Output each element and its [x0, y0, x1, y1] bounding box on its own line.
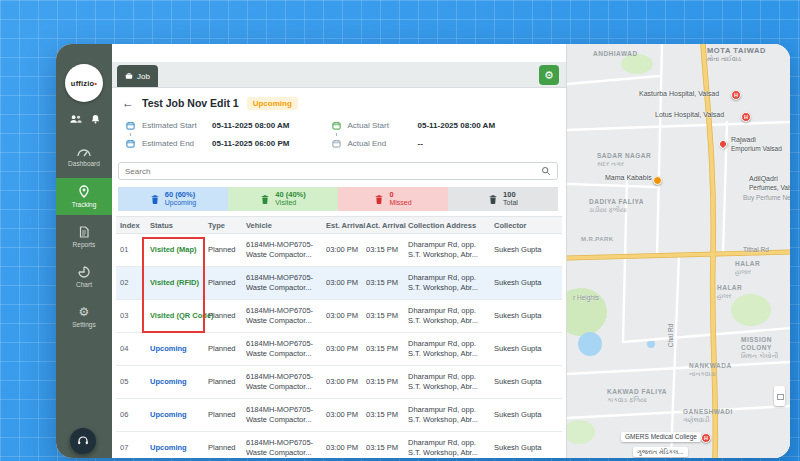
table-row[interactable]: 05 Upcoming Planned 6184MH-MOP6705-Waste… [116, 366, 562, 399]
back-button[interactable]: ← [122, 96, 134, 110]
cell-collector: Sukesh Gupta [490, 278, 562, 288]
hospital-marker[interactable]: H [701, 433, 711, 443]
sidebar-item-settings[interactable]: ⚙ Settings [56, 299, 112, 335]
cell-collector: Sukesh Gupta [490, 344, 562, 354]
map-labels: ANDHIAWADMOTA TAIWADમોતા તાઈવાડKasturba … [567, 44, 790, 458]
place-marker[interactable] [717, 138, 728, 149]
food-marker[interactable] [653, 176, 662, 185]
sidebar-item-dashboard[interactable]: Dashboard [56, 140, 112, 174]
cell-act-arrival: 03:15 PM [362, 245, 404, 255]
cell-status: Upcoming [146, 410, 204, 420]
table-row[interactable]: 01 Visited (Map) Planned 6184MH-MOP6705-… [116, 234, 562, 267]
cell-address: Dharampur Rd, opp.S.T. Workshop, Abr... [404, 438, 490, 458]
summary-segment[interactable]: 40 (40%)Visited [228, 187, 338, 211]
table-row[interactable]: 06 Upcoming Planned 6184MH-MOP6705-Waste… [116, 399, 562, 432]
uffizio-logo: uffizio• [65, 64, 103, 102]
sidebar-nav: Dashboard Tracking Reports Chart [56, 140, 112, 339]
trash-icon [374, 194, 384, 205]
sidebar-item-tracking[interactable]: Tracking [56, 178, 112, 215]
map-label: DADIYA FALIYAડાડીયા ફળીયા [589, 198, 644, 214]
actual-end-row: Actual End -- [332, 139, 496, 148]
map-label: RajwadiEmporium Valsad [731, 136, 782, 153]
users-icon[interactable] [69, 114, 82, 124]
logo-dot: • [94, 79, 97, 88]
map-label: AdilQadriPerfumes, Valsad [749, 175, 790, 192]
cell-type: Planned [204, 410, 242, 420]
cell-est-arrival: 03:00 PM [322, 443, 362, 453]
cell-index: 01 [116, 245, 146, 255]
job-status-badge: Upcoming [247, 97, 298, 110]
cell-est-arrival: 03:00 PM [322, 377, 362, 387]
cell-act-arrival: 03:15 PM [362, 311, 404, 321]
table-row[interactable]: 02 Visited (RFID) Planned 6184MH-MOP6705… [116, 267, 562, 300]
table-row[interactable]: 04 Upcoming Planned 6184MH-MOP6705-Waste… [116, 333, 562, 366]
cell-index: 07 [116, 443, 146, 453]
cell-address: Dharampur Rd, opp.S.T. Workshop, Abr... [404, 306, 490, 326]
job-table: Index Status Type Vehicle Est. Arrival A… [116, 216, 562, 458]
tracking-icon [79, 185, 89, 198]
cell-status: Visited (Map) [146, 245, 204, 255]
gear-button[interactable]: ⚙ [539, 65, 559, 85]
schedule-section: Estimated Start 05-11-2025 08:00 AM Esti… [126, 121, 495, 148]
actual-start-row: Actual Start 05-11-2025 08:00 AM [332, 121, 496, 130]
cell-type: Planned [204, 443, 242, 453]
table-row[interactable]: 03 Visited (QR Code) Planned 6184MH-MOP6… [116, 300, 562, 333]
cell-vehicle: 6184MH-MOP6705-Waste Compactor... [242, 405, 322, 425]
road-label: Chal Rd [667, 324, 674, 347]
cell-collector: Sukesh Gupta [490, 311, 562, 321]
search-box [118, 162, 558, 180]
map-control[interactable] [774, 386, 785, 406]
estimated-start-row: Estimated Start 05-11-2025 08:00 AM [126, 121, 290, 130]
cell-status: Visited (QR Code) [146, 311, 204, 321]
map-label: SADAR NAGARસદર નગર [597, 152, 651, 168]
main-panel: Job ⚙ ← Test Job Nov Edit 1 Upcoming Est… [112, 44, 566, 458]
support-fab-button[interactable] [70, 428, 96, 454]
table-row[interactable]: 07 Upcoming Planned 6184MH-MOP6705-Waste… [116, 432, 562, 458]
search-icon[interactable] [541, 166, 557, 176]
reports-icon [79, 226, 89, 238]
cell-est-arrival: 03:00 PM [322, 344, 362, 354]
map-label: Lotus Hospital, Valsad [655, 111, 724, 120]
sidebar-item-chart[interactable]: Chart [56, 259, 112, 295]
hospital-marker[interactable]: H [741, 112, 751, 122]
summary-segment[interactable]: 0Missed [338, 187, 448, 211]
map-label: M.R.PARK [581, 236, 613, 244]
cell-address: Dharampur Rd, opp.S.T. Workshop, Abr... [404, 240, 490, 260]
job-header: ← Test Job Nov Edit 1 Upcoming [122, 96, 298, 110]
job-table-header: Index Status Type Vehicle Est. Arrival A… [116, 216, 562, 234]
cell-act-arrival: 03:15 PM [362, 443, 404, 453]
tab-bar: Job ⚙ [112, 62, 566, 88]
tab-job[interactable]: Job [117, 65, 158, 87]
headset-icon [77, 436, 89, 446]
cell-index: 06 [116, 410, 146, 420]
map-label: Mama Kababis [605, 174, 652, 183]
cell-collector: Sukesh Gupta [490, 245, 562, 255]
sidebar-item-reports[interactable]: Reports [56, 219, 112, 255]
cell-address: Dharampur Rd, opp.S.T. Workshop, Abr... [404, 273, 490, 293]
cell-act-arrival: 03:15 PM [362, 377, 404, 387]
cell-act-arrival: 03:15 PM [362, 344, 404, 354]
cell-type: Planned [204, 377, 242, 387]
bell-icon[interactable] [91, 114, 100, 124]
cell-est-arrival: 03:00 PM [322, 278, 362, 288]
cell-address: Dharampur Rd, opp.S.T. Workshop, Abr... [404, 372, 490, 392]
cell-address: Dharampur Rd, opp.S.T. Workshop, Abr... [404, 339, 490, 359]
cell-index: 05 [116, 377, 146, 387]
cell-index: 04 [116, 344, 146, 354]
app-window: uffizio• Dashboard Tracking [56, 44, 790, 458]
summary-segment[interactable]: 60 (60%)Upcoming [118, 187, 228, 211]
hospital-marker[interactable]: H [731, 90, 741, 100]
job-table-rows: 01 Visited (Map) Planned 6184MH-MOP6705-… [116, 234, 562, 458]
settings-icon: ⚙ [79, 306, 90, 318]
job-tab-icon [125, 72, 133, 80]
map-label: GANESHWADIગણેશવાડી [683, 408, 733, 424]
search-input[interactable] [119, 167, 541, 176]
map-label: r Heights [573, 294, 599, 302]
map-label: GMERS Medical College [621, 432, 701, 442]
cell-vehicle: 6184MH-MOP6705-Waste Compactor... [242, 372, 322, 392]
cell-collector: Sukesh Gupta [490, 443, 562, 453]
map-panel[interactable]: ANDHIAWADMOTA TAIWADમોતા તાઈવાડKasturba … [566, 44, 790, 458]
map-label: ANDHIAWAD [593, 50, 638, 58]
summary-segment[interactable]: 100Total [448, 187, 558, 211]
cell-act-arrival: 03:15 PM [362, 278, 404, 288]
